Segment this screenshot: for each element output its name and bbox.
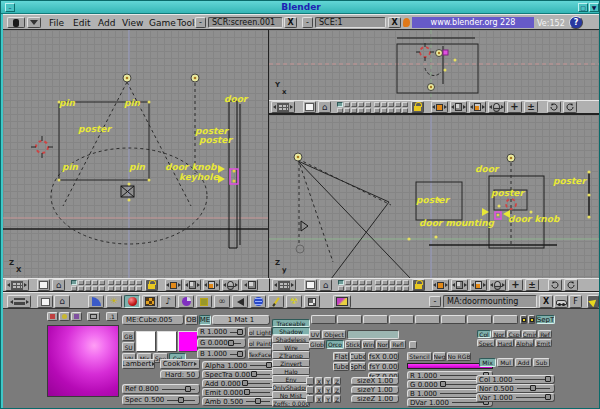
me-link-button[interactable]: ME xyxy=(199,315,211,325)
zinvert-toggle[interactable]: Zinvert xyxy=(272,359,310,367)
draw-type-menu-button[interactable] xyxy=(431,101,448,113)
shadow-toggle[interactable]: Shadow xyxy=(272,327,310,335)
material-delete-button[interactable]: X xyxy=(539,295,553,308)
axis-x-button[interactable]: X xyxy=(315,395,323,403)
rgb-mode-button[interactable]: GB xyxy=(122,331,135,341)
rotate-ccw-button[interactable] xyxy=(547,101,561,113)
texture-channel-slot[interactable] xyxy=(389,315,414,324)
viewport-front[interactable]: pin pin door poster poster poster pin pi… xyxy=(3,30,269,278)
axis-blank-button[interactable] xyxy=(306,377,314,385)
shading-button[interactable] xyxy=(303,101,316,113)
buttons-window-menu-button[interactable] xyxy=(7,295,31,308)
texture-channel-slot[interactable] xyxy=(493,315,518,324)
material-name-field[interactable]: MA:doormounting xyxy=(443,295,537,308)
axis-z-button[interactable]: Z xyxy=(333,386,341,394)
plus-minus-button[interactable]: ± xyxy=(525,279,539,291)
onlyshadow-toggle[interactable]: OnlyShadow xyxy=(272,383,310,391)
layer-buttons[interactable] xyxy=(71,280,105,291)
menu-file[interactable]: File xyxy=(49,18,64,28)
axis-blank-button[interactable] xyxy=(306,395,314,403)
shading-button[interactable] xyxy=(37,295,53,308)
blend-sub-button[interactable]: Sub xyxy=(533,358,550,367)
constraint-buttons-tab[interactable]: ∞ xyxy=(214,295,230,308)
axis-x-button[interactable]: X xyxy=(315,386,323,394)
mapto-emit-button[interactable]: Emit xyxy=(535,339,552,347)
texture-channel-slot[interactable] xyxy=(441,315,466,324)
orco-button[interactable]: Orco xyxy=(326,340,344,349)
scene-name-field[interactable]: SCE:1 xyxy=(315,17,386,28)
texture-copy-button[interactable] xyxy=(520,315,527,324)
scene-delete-button[interactable]: X xyxy=(388,17,401,28)
alpha-slider[interactable]: Alpha 1.000 xyxy=(202,361,275,370)
sound-buttons-tab[interactable] xyxy=(232,295,248,308)
view-buttons-tab[interactable] xyxy=(88,295,104,308)
spectra-slider[interactable]: SpecTra 0.00 xyxy=(202,370,275,379)
shadeless-toggle[interactable]: Shadeless xyxy=(272,335,310,343)
mapto-nor-button[interactable]: Nor xyxy=(492,330,506,338)
axis-y-button[interactable]: Y xyxy=(324,386,332,394)
nor-coords-button[interactable]: Nor xyxy=(376,340,389,349)
home-button[interactable]: ⌂ xyxy=(54,295,70,308)
orientation-menu-button[interactable] xyxy=(489,279,506,291)
refl-button[interactable]: Refl xyxy=(390,340,406,349)
axis-y-button[interactable]: Y xyxy=(324,377,332,385)
sizex-field[interactable]: sizeX 1.00 xyxy=(351,377,399,385)
home-view-button[interactable]: ⌂ xyxy=(52,279,65,291)
axis-blank-button[interactable] xyxy=(306,386,314,394)
env-toggle[interactable]: Env xyxy=(272,375,310,383)
shading-button[interactable] xyxy=(304,279,317,291)
add-slider[interactable]: Add 0.000 xyxy=(202,379,275,388)
texture-channel-slot[interactable] xyxy=(415,315,440,324)
stencil-button[interactable]: Stencil xyxy=(407,352,432,361)
sizey-field[interactable]: sizeY 1.00 xyxy=(351,386,399,394)
rotate-cw-button[interactable] xyxy=(564,279,578,291)
stick-button[interactable]: Stick xyxy=(345,340,361,349)
texture-channel-slot[interactable] xyxy=(363,315,388,324)
help-button[interactable]: ? xyxy=(569,16,583,29)
mapto-alpha-button[interactable]: Alpha xyxy=(515,339,534,347)
home-view-button[interactable]: ⌂ xyxy=(319,279,332,291)
viewmode-menu-button[interactable] xyxy=(272,279,296,291)
screen-delete-button[interactable]: X xyxy=(284,17,297,28)
ztransp-toggle[interactable]: ZTransp xyxy=(272,351,310,359)
cube-menu-button[interactable] xyxy=(451,279,468,291)
pointer-button[interactable] xyxy=(587,295,599,308)
pivot-menu-button[interactable] xyxy=(470,279,487,291)
hsv-mode-button[interactable]: SU xyxy=(122,342,135,352)
cube-menu-button[interactable] xyxy=(450,101,467,113)
axis-y-button[interactable]: Y xyxy=(324,395,332,403)
orientation-menu-button[interactable] xyxy=(488,101,505,113)
r-slider[interactable]: R 1.000 xyxy=(197,327,246,337)
preview-refresh-button[interactable]: .1 xyxy=(106,312,118,321)
lock-button[interactable] xyxy=(145,279,158,291)
viewport-top[interactable]: Yx xyxy=(269,30,599,100)
color-swatch-spec[interactable] xyxy=(157,331,177,352)
uv-button[interactable]: UV xyxy=(309,330,321,339)
neg-button[interactable]: Neg xyxy=(433,352,446,361)
halo-toggle[interactable]: Halo xyxy=(272,367,310,375)
fake-user-button[interactable]: F xyxy=(569,295,582,308)
realtime-buttons-tab[interactable] xyxy=(178,295,194,308)
sizez-field[interactable]: sizeZ 1.00 xyxy=(351,395,399,403)
out-col-slider[interactable]: Col 1.000 xyxy=(476,375,555,384)
cube-menu-button[interactable] xyxy=(184,279,201,291)
mapto-ref-button[interactable]: Ref xyxy=(538,330,552,338)
blend-mul-button[interactable]: Mul xyxy=(497,358,514,367)
mapto-cmir-button[interactable]: Cmir xyxy=(522,330,537,338)
layer-buttons[interactable] xyxy=(337,102,371,113)
hardness-field[interactable]: Hard: 50 xyxy=(160,370,200,379)
ref-slider[interactable]: Ref 0.800 xyxy=(122,384,200,394)
lock-button[interactable] xyxy=(412,279,425,291)
viewmode-menu-button[interactable] xyxy=(271,101,295,113)
mapto-hard-button[interactable]: Hard xyxy=(496,339,514,347)
edit-buttons-tab[interactable] xyxy=(196,295,212,308)
ob-link-button[interactable]: OB xyxy=(185,315,198,325)
out-nor-slider[interactable]: Nor 0.500 xyxy=(476,384,555,393)
preview-sphere-button[interactable] xyxy=(59,312,70,321)
script-buttons-tab[interactable] xyxy=(304,295,320,308)
material-buttons-tab[interactable] xyxy=(124,295,140,308)
draw-type-menu-button[interactable] xyxy=(165,279,182,291)
ofsx-field[interactable]: ofsX 0.000 xyxy=(368,352,399,361)
texface-button[interactable]: TexFace xyxy=(248,349,272,359)
axis-z-button[interactable]: Z xyxy=(333,395,341,403)
